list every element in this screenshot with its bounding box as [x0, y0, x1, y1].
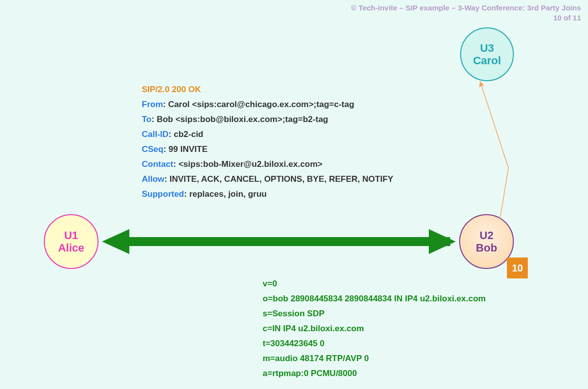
sdp-line-o: o=bob 28908445834 2890844834 IN IP4 u2.b…: [263, 291, 486, 306]
node-u1-id: U1: [64, 229, 78, 242]
sip-header-supported: Supported: replaces, join, gruu: [142, 187, 393, 202]
svg-marker-1: [102, 229, 129, 254]
sdp-line-s: s=Session SDP: [263, 306, 486, 321]
sip-header-cseq: CSeq: 99 INVITE: [142, 142, 393, 157]
svg-marker-3: [479, 81, 484, 87]
rtp-label: Both way RTP: [244, 235, 307, 246]
sip-header-from: From: Carol <sips:carol@chicago.ex.com>;…: [142, 97, 393, 112]
step-badge: 10: [507, 258, 528, 278]
node-u2-id: U2: [480, 229, 493, 242]
node-u2-bob: U2 Bob: [459, 214, 514, 269]
header-page-indicator: 10 of 11: [351, 13, 581, 23]
node-u1-alice: U1 Alice: [44, 214, 98, 269]
sdp-line-t: t=3034423645 0: [263, 336, 486, 351]
sdp-line-v: v=0: [263, 276, 486, 291]
sdp-line-a: a=rtpmap:0 PCMU/8000: [263, 366, 486, 381]
node-u3-carol: U3 Carol: [460, 27, 514, 81]
sip-header-to: To: Bob <sips:bob@biloxi.ex.com>;tag=b2-…: [142, 112, 393, 127]
header-title: © Tech-invite – SIP example – 3-Way Conf…: [351, 3, 581, 13]
page-header: © Tech-invite – SIP example – 3-Way Conf…: [351, 3, 581, 23]
svg-marker-2: [429, 229, 456, 254]
sip-header-call-id: Call-ID: cb2-cid: [142, 127, 393, 142]
sip-status-line: SIP/2.0 200 OK: [142, 82, 393, 97]
sip-message: SIP/2.0 200 OK From: Carol <sips:carol@c…: [142, 82, 393, 202]
node-u1-name: Alice: [58, 242, 85, 254]
sdp-line-m: m=audio 48174 RTP/AVP 0: [263, 351, 486, 366]
node-u3-name: Carol: [473, 54, 501, 67]
node-u2-name: Bob: [476, 242, 497, 254]
sip-header-contact: Contact: <sips:bob-Mixer@u2.biloxi.ex.co…: [142, 157, 393, 172]
sdp-line-c: c=IN IP4 u2.biloxi.ex.com: [263, 321, 486, 336]
diagram-canvas: © Tech-invite – SIP example – 3-Way Conf…: [0, 0, 588, 389]
sdp-body: v=0 o=bob 28908445834 2890844834 IN IP4 …: [263, 276, 486, 381]
node-u3-id: U3: [480, 42, 494, 54]
sip-header-allow: Allow: INVITE, ACK, CANCEL, OPTIONS, BYE…: [142, 172, 393, 187]
